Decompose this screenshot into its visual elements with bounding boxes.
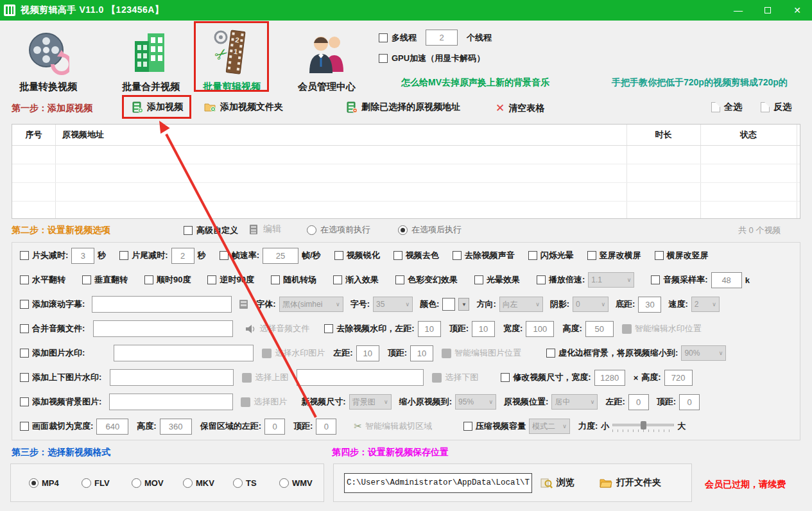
save-path-input[interactable]: C:\Users\Administrator\AppData\Local\T bbox=[344, 473, 532, 493]
background-image-checkbox[interactable] bbox=[20, 397, 29, 406]
playback-speed-dropdown[interactable]: 1.1∨ bbox=[588, 272, 634, 288]
framerate-input[interactable] bbox=[263, 248, 298, 264]
font-size-dropdown[interactable]: 35∨ bbox=[373, 297, 413, 312]
blur-border-checkbox[interactable] bbox=[546, 349, 555, 358]
direction-dropdown[interactable]: 向左∨ bbox=[499, 297, 543, 312]
format-radio-ts[interactable]: TS bbox=[233, 478, 257, 488]
bottom-image-input[interactable] bbox=[297, 369, 424, 386]
nav-batch-convert[interactable]: 批量转换视频 bbox=[0, 26, 96, 93]
top-image-input[interactable] bbox=[110, 369, 234, 386]
thread-count-input[interactable] bbox=[426, 30, 458, 46]
sample-rate-checkbox[interactable] bbox=[651, 275, 660, 284]
smart-watermark-button[interactable]: 智能编辑水印位置 bbox=[635, 323, 702, 334]
resize-height-input[interactable] bbox=[664, 370, 693, 386]
flip-h-checkbox[interactable] bbox=[20, 275, 29, 284]
color-dropdown-button[interactable]: ▼ bbox=[458, 298, 469, 311]
merge-audio-input[interactable] bbox=[93, 320, 233, 337]
browse-button[interactable]: 浏览 bbox=[540, 477, 574, 489]
format-radio-mov[interactable]: MOV bbox=[132, 478, 164, 488]
blur-shrink-dropdown[interactable]: 90%∨ bbox=[681, 345, 726, 361]
bg-left-input[interactable] bbox=[628, 394, 649, 410]
delete-selected-button[interactable]: 删除已选择的原视频地址 bbox=[347, 101, 460, 113]
invert-selection-button[interactable]: 反选 bbox=[761, 101, 791, 113]
landscape-to-portrait-checkbox[interactable] bbox=[655, 251, 664, 260]
choose-top-image-button[interactable]: 选择上图 bbox=[255, 372, 288, 383]
bg-top-input[interactable] bbox=[679, 394, 700, 410]
maximize-button[interactable] bbox=[753, 0, 782, 21]
crop-height-input[interactable] bbox=[160, 419, 192, 435]
select-all-button[interactable]: 全选 bbox=[711, 101, 742, 113]
strength-slider[interactable] bbox=[612, 420, 674, 432]
smart-crop-button[interactable]: 智能编辑裁切区域 bbox=[365, 420, 432, 432]
subtitle-text-input[interactable] bbox=[92, 296, 232, 313]
color-fx-checkbox[interactable] bbox=[395, 275, 404, 284]
img-left-input[interactable] bbox=[356, 345, 379, 361]
run-before-radio[interactable] bbox=[307, 225, 316, 235]
merge-audio-checkbox[interactable] bbox=[20, 324, 29, 333]
keep-left-input[interactable] bbox=[264, 419, 285, 435]
shadow-dropdown[interactable]: 0∨ bbox=[573, 297, 609, 312]
choose-bottom-image-button[interactable]: 选择下图 bbox=[445, 372, 478, 383]
minimize-button[interactable]: — bbox=[723, 0, 753, 21]
clear-table-button[interactable]: ✕ 清空表格 bbox=[496, 101, 544, 115]
fade-in-checkbox[interactable] bbox=[333, 275, 342, 284]
halo-checkbox[interactable] bbox=[474, 275, 483, 284]
rotate-ccw-checkbox[interactable] bbox=[207, 275, 216, 284]
gpu-checkbox[interactable] bbox=[379, 54, 388, 63]
edit-button-disabled[interactable]: 编辑 bbox=[249, 223, 281, 235]
choose-audio-button[interactable]: 选择音频文件 bbox=[259, 323, 309, 334]
keep-top-input[interactable] bbox=[316, 419, 336, 435]
portrait-to-landscape-checkbox[interactable] bbox=[587, 251, 596, 260]
trim-head-checkbox[interactable] bbox=[20, 251, 29, 260]
remove-watermark-checkbox[interactable] bbox=[324, 324, 333, 333]
format-radio-wmv[interactable]: WMV bbox=[279, 478, 313, 488]
multithread-checkbox[interactable] bbox=[379, 33, 388, 42]
format-radio-mp4[interactable]: MP4 bbox=[29, 478, 59, 488]
top-bottom-watermark-checkbox[interactable] bbox=[20, 373, 29, 382]
smart-image-position-button[interactable]: 智能编辑图片位置 bbox=[454, 347, 521, 359]
crop-width-input[interactable] bbox=[96, 419, 128, 435]
trim-head-input[interactable] bbox=[71, 248, 94, 264]
background-image-input[interactable] bbox=[109, 394, 233, 410]
playback-speed-checkbox[interactable] bbox=[537, 275, 546, 284]
sample-rate-input[interactable] bbox=[711, 272, 742, 288]
bottom-margin-input[interactable] bbox=[638, 297, 661, 313]
wm-left-input[interactable] bbox=[418, 321, 441, 337]
scroll-subtitle-checkbox[interactable] bbox=[20, 300, 29, 309]
rotate-cw-checkbox[interactable] bbox=[144, 275, 153, 284]
crop-checkbox[interactable] bbox=[20, 422, 29, 431]
flip-v-checkbox[interactable] bbox=[82, 275, 91, 284]
image-watermark-input[interactable] bbox=[114, 345, 254, 361]
position-dropdown[interactable]: 居中∨ bbox=[551, 394, 598, 410]
nav-member-center[interactable]: 会员管理中心 bbox=[279, 26, 375, 93]
open-folder-button[interactable]: 打开文件夹 bbox=[600, 477, 661, 489]
format-radio-mkv[interactable]: MKV bbox=[183, 478, 214, 488]
framerate-checkbox[interactable] bbox=[220, 251, 229, 260]
color-swatch[interactable] bbox=[442, 298, 455, 311]
wm-top-input[interactable] bbox=[472, 321, 495, 337]
advanced-custom-checkbox[interactable] bbox=[184, 226, 193, 235]
trim-tail-input[interactable] bbox=[171, 248, 194, 264]
choose-image-button[interactable]: 选择图片 bbox=[254, 396, 287, 408]
shrink-dropdown[interactable]: 95%∨ bbox=[455, 394, 496, 410]
wm-height-input[interactable] bbox=[585, 321, 614, 337]
tutorial-link-720p[interactable]: 手把手教你把低于720p的视频剪辑成720p的 bbox=[612, 77, 788, 89]
img-top-input[interactable] bbox=[410, 345, 433, 361]
slider-thumb[interactable] bbox=[641, 421, 646, 429]
format-radio-flv[interactable]: FLV bbox=[82, 478, 110, 488]
mute-checkbox[interactable] bbox=[453, 251, 462, 260]
add-folder-button[interactable]: 添加视频文件夹 bbox=[204, 101, 283, 113]
resize-video-checkbox[interactable] bbox=[501, 373, 510, 382]
choose-watermark-image-button[interactable]: 选择水印图片 bbox=[275, 347, 325, 359]
wm-width-input[interactable] bbox=[526, 321, 554, 337]
run-after-radio[interactable] bbox=[398, 225, 408, 235]
resize-width-input[interactable] bbox=[594, 370, 625, 386]
trim-tail-checkbox[interactable] bbox=[119, 251, 128, 260]
decolor-checkbox[interactable] bbox=[393, 251, 402, 260]
sharpen-checkbox[interactable] bbox=[334, 251, 343, 260]
close-button[interactable]: ✕ bbox=[782, 0, 812, 21]
image-watermark-checkbox[interactable] bbox=[20, 349, 29, 358]
compress-checkbox[interactable] bbox=[463, 422, 472, 431]
compress-mode-dropdown[interactable]: 模式二∨ bbox=[529, 419, 570, 434]
tutorial-link-music[interactable]: 怎么给MV去掉原声换上新的背景音乐 bbox=[401, 77, 549, 89]
